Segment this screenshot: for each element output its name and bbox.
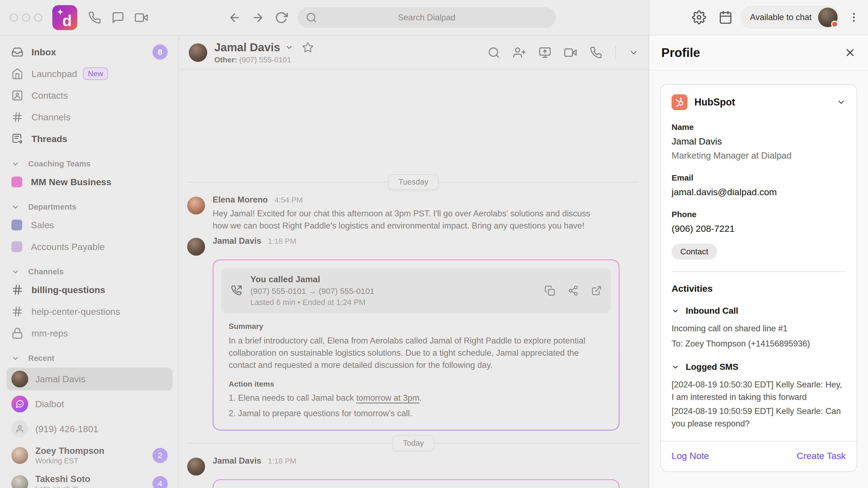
left-column: d Inbox 8	[0, 0, 649, 488]
phone-icon[interactable]	[88, 11, 101, 24]
sidebar-item-accounts-payable[interactable]: Accounts Payable	[6, 238, 173, 255]
refresh-icon[interactable]	[275, 11, 288, 24]
section-channels[interactable]: Channels	[6, 267, 173, 276]
recent-item-takeshi-soto[interactable]: Takeshi Soto Let's crush it! 4	[6, 470, 173, 488]
copy-icon[interactable]	[545, 285, 555, 296]
recent-item-zoey-thompson[interactable]: Zoey Thompson Working EST 2	[6, 443, 173, 468]
profile-content[interactable]: HubSpot Name Jamal Davis Marketing Manag…	[649, 70, 868, 488]
avatar	[187, 238, 205, 256]
window-minimize-button[interactable]	[22, 13, 30, 22]
hubspot-card-header[interactable]: HubSpot	[672, 94, 846, 110]
chat-icon[interactable]	[112, 11, 124, 24]
call-summary-card: You called Jamal (907) 555-0101 → (907) …	[213, 259, 620, 430]
chevron-down-icon[interactable]	[837, 98, 846, 107]
phone-number: (907) 555-0101	[239, 56, 291, 64]
chevron-down-icon	[11, 160, 20, 168]
team-color-swatch	[11, 176, 22, 187]
home-icon	[11, 68, 23, 80]
contacts-icon	[11, 90, 23, 101]
action-item-1: 1. Elena needs to call Jamal back tomorr…	[229, 392, 603, 404]
recent-item-label: Dialbot	[35, 399, 64, 410]
hubspot-card: HubSpot Name Jamal Davis Marketing Manag…	[660, 84, 857, 472]
phone-value: (906) 208-7221	[672, 223, 846, 234]
sidebar-item-mm-new-business[interactable]: MM New Business	[6, 173, 173, 191]
sidebar-item-mm-reps[interactable]: mm-reps	[6, 325, 173, 342]
video-call-icon[interactable]	[564, 46, 577, 59]
sidebar-item-threads[interactable]: Threads	[6, 130, 173, 148]
gear-icon[interactable]	[692, 10, 706, 24]
add-person-icon[interactable]	[513, 46, 526, 59]
screen-share-icon[interactable]	[539, 46, 551, 59]
sidebar-item-channels[interactable]: Channels	[6, 108, 173, 126]
top-bar: d	[0, 0, 649, 35]
availability-dropdown[interactable]: Available to chat	[740, 5, 840, 29]
name-value: Jamal Davis	[672, 136, 846, 147]
search-bar[interactable]	[298, 7, 556, 28]
section-departments[interactable]: Departments	[6, 202, 173, 212]
sidebar-item-help-center-questions[interactable]: help-center-questions	[6, 303, 173, 320]
section-coaching-teams[interactable]: Coaching Teams	[6, 159, 173, 168]
hubspot-card-footer: Log Note Create Task	[661, 441, 857, 471]
nav-controls	[228, 11, 288, 24]
dialpad-app: d Inbox 8	[0, 0, 868, 488]
status-text: Working EST	[35, 456, 104, 465]
window-zoom-button[interactable]	[34, 13, 42, 22]
kebab-menu-icon[interactable]	[848, 11, 860, 23]
sidebar: Inbox 8 Launchpad New Contacts Channels	[0, 36, 179, 488]
chevron-down-icon	[11, 203, 20, 211]
recent-item-phone-number[interactable]: (919) 426-1801	[6, 418, 173, 440]
avatar	[11, 447, 28, 464]
forward-icon[interactable]	[251, 11, 265, 24]
external-link-icon[interactable]	[591, 285, 602, 296]
outbound-call-icon	[230, 284, 243, 297]
department-color-swatch	[11, 241, 22, 252]
chevron-down-icon[interactable]	[285, 43, 293, 52]
video-icon[interactable]	[135, 11, 148, 24]
log-note-button[interactable]: Log Note	[672, 451, 709, 461]
sidebar-item-sales[interactable]: Sales	[6, 216, 173, 234]
sidebar-item-label: mm-reps	[31, 328, 68, 338]
close-icon[interactable]	[844, 46, 856, 59]
message-list[interactable]: Tuesday Elena Moreno 4:54 PM Hey Jamal! …	[179, 70, 649, 488]
call-icon[interactable]	[590, 46, 602, 59]
sidebar-item-billing-questions[interactable]: billing-questions	[6, 281, 173, 298]
inbound-call-section[interactable]: Inbound Call	[672, 306, 846, 316]
search-icon	[306, 12, 317, 23]
profile-panel: Available to chat Profile HubSpot	[649, 0, 868, 488]
divider	[672, 271, 846, 272]
search-conversation-icon[interactable]	[488, 46, 500, 59]
avatar	[187, 197, 205, 215]
recent-item-dialbot[interactable]: Dialbot	[6, 393, 173, 415]
section-recent[interactable]: Recent	[6, 354, 173, 363]
logged-sms-section[interactable]: Logged SMS	[672, 362, 846, 372]
day-label: Today	[393, 435, 434, 451]
sidebar-item-inbox[interactable]: Inbox 8	[6, 43, 173, 61]
action-items-label: Action items	[229, 380, 603, 389]
message-jamal-live: Jamal Davis 1:18 PM	[187, 456, 649, 476]
share-icon[interactable]	[568, 285, 579, 296]
lock-icon	[11, 327, 23, 339]
calendar-icon[interactable]	[718, 10, 733, 24]
message-author: Elena Moreno	[213, 195, 268, 204]
contact-name: Jamal Davis	[214, 41, 280, 54]
sidebar-item-label: billing-questions	[31, 285, 105, 295]
status-text: Let's crush it!	[35, 485, 90, 488]
sidebar-item-label: help-center-questions	[31, 306, 120, 317]
user-avatar	[818, 8, 838, 27]
sidebar-item-contacts[interactable]: Contacts	[6, 87, 173, 104]
dialbot-icon	[11, 395, 28, 412]
sidebar-item-launchpad[interactable]: Launchpad New	[6, 65, 173, 83]
action-item-link[interactable]: tomorrow at 3pm	[356, 393, 420, 402]
recent-item-jamal-davis[interactable]: Jamal Davis	[6, 368, 173, 390]
call-route: (907) 555-0101 → (907) 555-0101	[250, 287, 374, 296]
create-task-button[interactable]: Create Task	[797, 451, 846, 461]
window-close-button[interactable]	[10, 13, 18, 22]
back-icon[interactable]	[228, 11, 241, 24]
star-icon[interactable]	[302, 41, 314, 54]
chevron-down-icon[interactable]	[629, 48, 639, 58]
action-item-2: 2. Jamal to prepare questions for tomorr…	[229, 407, 603, 419]
search-input[interactable]	[317, 13, 536, 23]
sidebar-item-label: Launchpad	[31, 69, 77, 79]
inbound-call-detail: Incoming call on shared line #1	[672, 322, 846, 335]
profile-header: Profile	[649, 35, 868, 70]
